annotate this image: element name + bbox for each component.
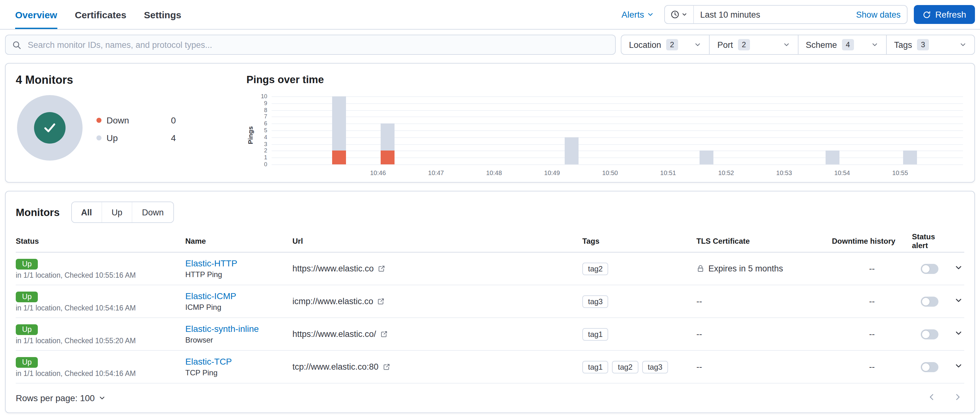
monitor-name-link[interactable]: Elastic-HTTP — [185, 258, 237, 268]
tls-status: -- — [697, 362, 702, 372]
bar-up-segment — [332, 97, 346, 151]
x-tick-label: 10:53 — [776, 169, 792, 176]
tls-status: -- — [697, 329, 702, 339]
monitor-name-link[interactable]: Elastic-ICMP — [185, 291, 236, 301]
search-filter-row: Location2Port2Scheme4Tags3 — [0, 30, 980, 60]
column-header-name: Name — [185, 237, 293, 246]
expand-row-button[interactable] — [954, 263, 963, 274]
tag-badge[interactable]: tag1 — [582, 328, 608, 341]
status-detail: in 1/1 location, Checked 10:54:16 AM — [16, 369, 136, 377]
quick-select-button[interactable] — [665, 6, 694, 23]
filter-tags[interactable]: Tags3 — [886, 35, 975, 54]
filter-location[interactable]: Location2 — [621, 35, 709, 54]
monitors-filter-down[interactable]: Down — [132, 202, 173, 222]
monitor-name-link[interactable]: Elastic-TCP — [185, 356, 232, 366]
y-tick-label: 9 — [264, 100, 267, 106]
monitor-url[interactable]: tcp://www.elastic.co:80 — [293, 362, 379, 372]
filter-label: Tags — [894, 40, 912, 49]
downtime-history: -- — [832, 296, 912, 306]
super-date-picker: Last 10 minutes Show dates — [664, 5, 907, 24]
table-row: Up in 1/1 location, Checked 10:54:16 AM … — [16, 351, 964, 383]
y-tick-label: 3 — [264, 141, 267, 147]
legend-dot-icon — [96, 135, 102, 141]
x-tick-label: 10:51 — [660, 169, 676, 176]
pings-bar — [564, 137, 578, 164]
x-tick-label: 10:47 — [428, 169, 444, 176]
date-range-value[interactable]: Last 10 minutes — [694, 10, 850, 19]
monitor-url[interactable]: https://www.elastic.co/ — [293, 329, 376, 339]
refresh-icon — [923, 10, 931, 19]
tag-badge[interactable]: tag2 — [612, 361, 638, 373]
filter-count-badge: 4 — [842, 39, 854, 51]
external-link-icon — [377, 265, 385, 272]
show-dates-link[interactable]: Show dates — [850, 10, 907, 19]
filter-count-badge: 2 — [666, 39, 678, 51]
expand-row-button[interactable] — [954, 296, 963, 307]
monitor-type: Browser — [185, 336, 213, 344]
table-row: Up in 1/1 location, Checked 10:55:16 AM … — [16, 252, 964, 285]
status-alert-toggle[interactable] — [921, 329, 939, 339]
nav-tabs: OverviewCertificatesSettings — [15, 0, 181, 29]
pings-bar — [332, 97, 346, 164]
pings-bar — [381, 124, 395, 164]
x-tick-label: 10:49 — [544, 169, 560, 176]
monitors-title: Monitors — [16, 206, 60, 218]
filter-scheme[interactable]: Scheme4 — [797, 35, 886, 54]
monitor-url[interactable]: https://www.elastic.co — [293, 264, 374, 273]
monitors-header: Monitors AllUpDown — [16, 201, 964, 223]
legend-up: Up4 — [96, 133, 176, 143]
gridline — [272, 97, 963, 97]
chevron-down-icon — [647, 11, 654, 18]
expand-row-button[interactable] — [954, 329, 963, 339]
status-badge: Up — [16, 258, 38, 269]
tags-cell: tag1tag2tag3 — [582, 361, 697, 373]
monitor-name-link[interactable]: Elastic-synth-inline — [185, 324, 259, 334]
tab-overview[interactable]: Overview — [15, 0, 57, 29]
alerts-dropdown[interactable]: Alerts — [617, 10, 658, 19]
filter-port[interactable]: Port2 — [709, 35, 798, 54]
search-input[interactable] — [27, 40, 609, 50]
status-alert-toggle[interactable] — [921, 263, 939, 274]
previous-page-button[interactable] — [928, 393, 936, 403]
tab-settings[interactable]: Settings — [144, 0, 181, 29]
next-page-button[interactable] — [953, 393, 962, 403]
summary-panel: 4 Monitors Down0Up4 Pings over time Ping… — [5, 63, 975, 183]
column-header-url: Url — [293, 237, 582, 246]
filter-count-badge: 3 — [917, 39, 929, 51]
tag-badge[interactable]: tag3 — [642, 361, 668, 373]
tag-badge[interactable]: tag3 — [582, 295, 608, 307]
filter-label: Location — [629, 40, 661, 49]
gridline — [272, 110, 963, 111]
rows-per-page-button[interactable]: Rows per page: 100 — [16, 393, 106, 403]
tab-certificates[interactable]: Certificates — [75, 0, 126, 29]
top-navigation-bar: OverviewCertificatesSettings Alerts Last… — [0, 0, 980, 30]
pings-plot: 01234567891010:4610:4710:4810:4910:5010:… — [272, 97, 963, 164]
downtime-history: -- — [832, 362, 912, 372]
tag-badge[interactable]: tag2 — [582, 262, 608, 275]
monitors-filter-all[interactable]: All — [72, 202, 102, 222]
monitor-url[interactable]: icmp://www.elastic.co — [293, 296, 374, 306]
gridline — [272, 144, 963, 144]
chevron-down-icon — [99, 394, 106, 402]
status-detail: in 1/1 location, Checked 10:54:16 AM — [16, 304, 136, 311]
status-alert-toggle[interactable] — [921, 362, 939, 372]
x-tick-label: 10:52 — [718, 169, 734, 176]
filter-group: Location2Port2Scheme4Tags3 — [621, 35, 975, 55]
gridline — [272, 130, 963, 131]
refresh-button[interactable]: Refresh — [914, 5, 975, 24]
chevron-right-icon — [953, 393, 962, 401]
status-alert-toggle[interactable] — [921, 296, 939, 306]
bar-down-segment — [332, 151, 346, 164]
rows-per-page-label: Rows per page: 100 — [16, 393, 95, 403]
top-right-controls: Alerts Last 10 minutes Show dates Refres… — [617, 5, 975, 24]
monitors-filter-up[interactable]: Up — [102, 202, 132, 222]
monitors-table-body: Up in 1/1 location, Checked 10:55:16 AM … — [16, 252, 964, 383]
tag-badge[interactable]: tag1 — [582, 361, 608, 373]
expand-row-button[interactable] — [954, 361, 963, 372]
x-tick-label: 10:54 — [834, 169, 850, 176]
tags-cell: tag2 — [582, 262, 697, 275]
chart-title: Pings over time — [247, 74, 964, 86]
x-tick-label: 10:46 — [370, 169, 386, 176]
y-tick-label: 10 — [261, 93, 267, 100]
chevron-down-icon — [954, 329, 963, 337]
